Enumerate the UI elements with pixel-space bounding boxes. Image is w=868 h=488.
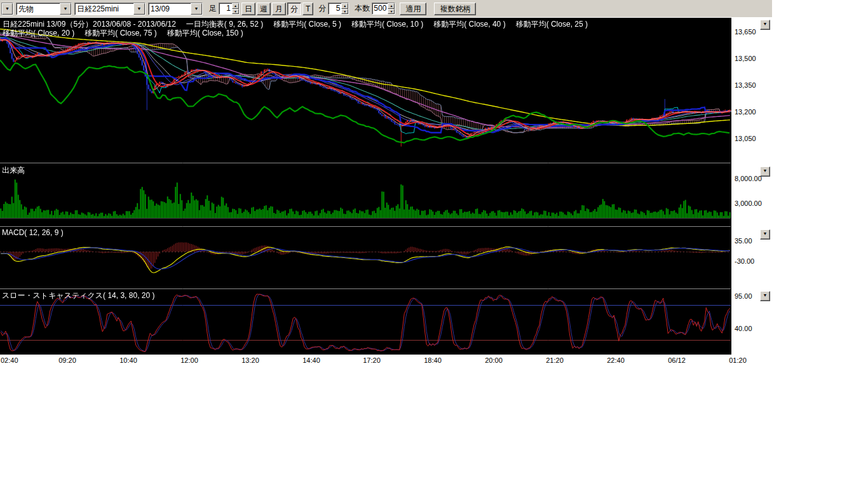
time-axis-label: 22:40 bbox=[602, 356, 630, 364]
time-axis-label: 02:40 bbox=[1, 356, 29, 364]
category-select[interactable]: 先物 ▼ bbox=[16, 3, 72, 15]
trading-app-window: ▼ 先物 ▼ 日経225mini ▼ 13/09 ▼ 足 1 ▲ ▼ 日 週 月… bbox=[0, 0, 868, 488]
category-select-value: 先物 bbox=[17, 3, 60, 15]
time-axis-label: 14:40 bbox=[297, 356, 325, 364]
minute-stepper[interactable]: 5 ▲ ▼ bbox=[328, 3, 349, 15]
contract-month-value: 13/09 bbox=[149, 3, 191, 15]
spin-up-icon[interactable]: ▲ bbox=[388, 3, 395, 9]
spin-up-icon[interactable]: ▲ bbox=[341, 3, 348, 9]
time-axis-label: 06/12 bbox=[663, 356, 691, 364]
stoch-axis-label: 95.00 bbox=[735, 292, 752, 300]
mini-dropdown[interactable]: ▼ bbox=[1, 3, 13, 15]
time-axis-label: 01:20 bbox=[724, 356, 752, 364]
minute-value: 5 bbox=[329, 3, 341, 14]
chevron-down-icon[interactable]: ▼ bbox=[60, 3, 71, 15]
toolbar: ▼ 先物 ▼ 日経225mini ▼ 13/09 ▼ 足 1 ▲ ▼ 日 週 月… bbox=[0, 0, 772, 17]
symbol-select-value: 日経225mini bbox=[75, 3, 133, 15]
spinner-buttons[interactable]: ▲ ▼ bbox=[232, 3, 239, 14]
time-axis-label: 18:40 bbox=[419, 356, 447, 364]
time-axis-label: 13:20 bbox=[236, 356, 264, 364]
spinner-buttons[interactable]: ▲ ▼ bbox=[341, 3, 348, 14]
chevron-down-icon[interactable]: ▼ bbox=[191, 3, 202, 15]
bar-count-label: 本数 bbox=[355, 3, 370, 14]
spin-up-icon[interactable]: ▲ bbox=[232, 3, 239, 9]
price-axis-label: 13,200 bbox=[735, 108, 756, 116]
macd-axis-scroll-button[interactable]: ▼ bbox=[760, 229, 770, 240]
price-axis-label: 13,650 bbox=[735, 28, 756, 36]
time-axis-label: 20:00 bbox=[480, 356, 508, 364]
chevron-down-icon[interactable]: ▼ bbox=[133, 3, 145, 15]
spin-down-icon[interactable]: ▼ bbox=[388, 9, 395, 15]
price-axis-label: 13,350 bbox=[735, 81, 756, 89]
price-axis-label: 13,050 bbox=[735, 135, 756, 142]
bar-count-stepper[interactable]: 500 ▲ ▼ bbox=[372, 3, 395, 15]
spinner-buttons[interactable]: ▲ ▼ bbox=[388, 3, 395, 14]
period-day-button[interactable]: 日 bbox=[241, 3, 255, 15]
stoch-axis-label: 40.00 bbox=[735, 325, 752, 332]
macd-axis-label: 35.00 bbox=[735, 237, 752, 245]
period-tick-button[interactable]: T bbox=[302, 3, 313, 15]
apply-button[interactable]: 適用 bbox=[400, 3, 426, 15]
bar-type-label: 足 bbox=[209, 3, 217, 14]
period-month-button[interactable]: 月 bbox=[272, 3, 286, 15]
price-axis-scroll-button[interactable]: ▼ bbox=[760, 20, 770, 30]
time-axis-label: 12:00 bbox=[175, 356, 203, 364]
time-axis-label: 21:20 bbox=[541, 356, 569, 364]
stoch-axis-scroll-button[interactable]: ▼ bbox=[760, 291, 770, 301]
bar-interval-value: 1 bbox=[219, 3, 232, 14]
chevron-down-icon: ▼ bbox=[2, 3, 13, 15]
price-axis-label: 13,500 bbox=[735, 55, 756, 62]
time-axis-label: 10:40 bbox=[114, 356, 142, 364]
period-minute-button[interactable]: 分 bbox=[287, 3, 301, 15]
symbol-select[interactable]: 日経225mini ▼ bbox=[74, 3, 146, 15]
multi-symbol-button[interactable]: 複数銘柄 bbox=[434, 3, 476, 15]
time-axis-label: 17:20 bbox=[358, 356, 386, 364]
volume-axis-label: 8,000.00 bbox=[735, 175, 762, 182]
contract-month-select[interactable]: 13/09 ▼ bbox=[148, 3, 203, 15]
price-chart-canvas[interactable] bbox=[0, 18, 731, 355]
bar-count-value: 500 bbox=[372, 3, 388, 14]
spin-down-icon[interactable]: ▼ bbox=[232, 9, 239, 15]
spin-down-icon[interactable]: ▼ bbox=[341, 9, 348, 15]
minute-label: 分 bbox=[318, 3, 326, 14]
volume-axis-label: 3,000.00 bbox=[735, 200, 762, 207]
macd-axis-label: -30.00 bbox=[735, 257, 754, 265]
period-week-button[interactable]: 週 bbox=[257, 3, 271, 15]
bar-interval-stepper[interactable]: 1 ▲ ▼ bbox=[219, 3, 240, 15]
time-axis-label: 09:20 bbox=[53, 356, 81, 364]
